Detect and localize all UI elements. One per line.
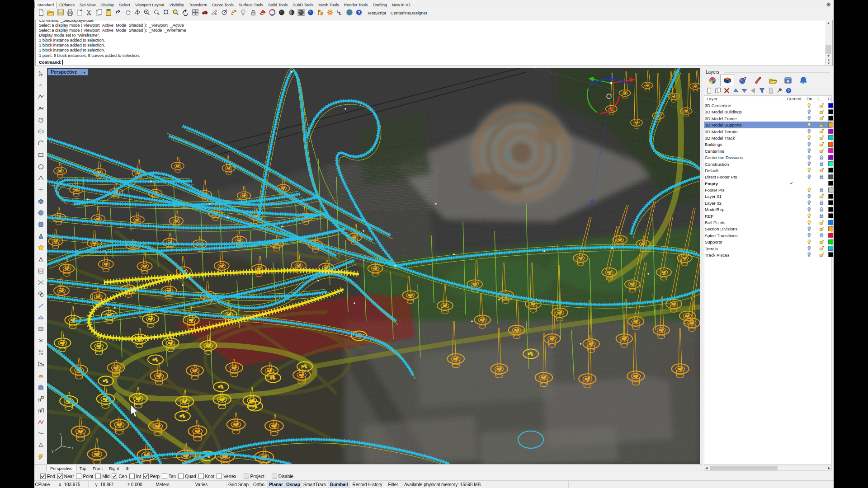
svg-text:?: ? xyxy=(787,89,789,93)
svg-text:z: z xyxy=(60,432,62,436)
svg-text:y: y xyxy=(52,449,54,453)
svg-text:?: ? xyxy=(358,10,360,15)
svg-text:x: x xyxy=(71,446,74,450)
